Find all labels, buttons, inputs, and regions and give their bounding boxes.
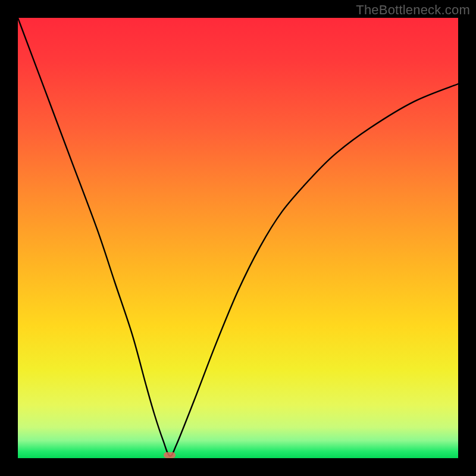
bottleneck-curve: [18, 18, 458, 458]
optimal-point-marker: [164, 452, 176, 458]
plot-area: [18, 18, 458, 458]
watermark-text: TheBottleneck.com: [356, 2, 470, 18]
chart-frame: TheBottleneck.com: [0, 0, 476, 476]
